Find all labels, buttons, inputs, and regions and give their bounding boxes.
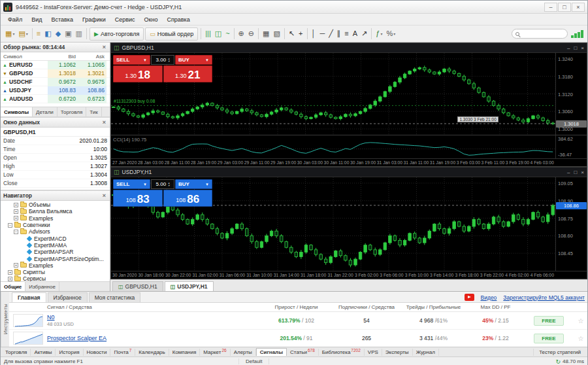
toolbox-tab-VPS[interactable]: VPS [365, 349, 382, 356]
menu-item-Вид[interactable]: Вид [27, 15, 46, 24]
toolbox-icon[interactable]: ▣ [63, 27, 73, 41]
new-chart-icon[interactable]: ▦▾ [3, 27, 16, 41]
toolbox-tab-Новости[interactable]: Новости [84, 349, 111, 356]
indicators-icon[interactable]: ƒ▾ [374, 27, 384, 41]
toolbox-tab-Маркет[interactable]: Маркет26 [200, 349, 230, 356]
close-icon[interactable]: × [101, 119, 107, 126]
tree-item--[interactable]: +Объемы [1, 201, 110, 208]
tree-item-Examples[interactable]: +Examples [1, 262, 110, 269]
signals-tab-Избранное[interactable]: Избранное [48, 292, 88, 302]
buy-price-button[interactable]: 10886 [163, 190, 213, 207]
spinner-icon[interactable]: ▴▾ [168, 182, 169, 187]
line-chart-mode-icon[interactable]: ~ [223, 27, 231, 41]
navigator-icon[interactable]: ◆ [54, 27, 63, 41]
tree-item-Advisors[interactable]: −Advisors [1, 228, 110, 235]
tree-expander-icon[interactable]: − [14, 230, 18, 234]
chart-close-button[interactable]: × [581, 169, 584, 175]
chart-tab-USDJPY,H1[interactable]: ◫USDJPY,H1 [165, 281, 214, 291]
signal-row[interactable]: Prospector Scalper EA201.54% / 912653 43… [9, 330, 587, 347]
tree-item--[interactable]: +Билла Вильямса [1, 208, 110, 215]
buy-button[interactable]: BUY▼ [175, 179, 212, 189]
profiles-icon[interactable]: ▤▾ [16, 27, 29, 41]
tab-Символы[interactable]: Символы [1, 107, 33, 116]
close-icon[interactable]: × [101, 192, 107, 199]
chart-minimize-button[interactable]: – [567, 45, 570, 51]
new-order-button[interactable]: ▭Новый ордер [145, 27, 198, 41]
video-link[interactable]: Видео [481, 294, 497, 301]
toolbox-tab-Торговля[interactable]: Торговля [2, 349, 31, 356]
market-watch-icon[interactable]: ≡ [35, 27, 42, 41]
signal-link[interactable]: N0 [47, 314, 55, 321]
toolbox-tab-Активы[interactable]: Активы [31, 349, 56, 356]
minimize-button[interactable]: – [544, 3, 557, 12]
market-watch-row-GBPUSD[interactable]: ▼GBPUSD1.30181.3021 [1, 69, 110, 78]
free-button[interactable]: FREE [534, 334, 563, 343]
objects-more-icon[interactable]: %▾ [384, 27, 397, 41]
chart-maximize-button[interactable]: □ [574, 169, 577, 175]
autotrade-button[interactable]: ▶Авто-торговля [90, 27, 144, 41]
signal-link[interactable]: Prospector Scalper EA [47, 335, 106, 341]
vertical-line-tool-icon[interactable]: │ [310, 27, 318, 41]
title-bar[interactable]: 9449562 - InstaForex-Server: Демо-счет -… [1, 1, 587, 14]
tree-expander-icon[interactable]: + [14, 216, 18, 220]
tile-windows-icon[interactable]: ▦ [261, 27, 271, 41]
search-input[interactable] [512, 29, 568, 39]
bar-chart-mode-icon[interactable]: ||| [203, 27, 213, 41]
signals-tab-Главная[interactable]: Главная [12, 292, 46, 302]
lot-size-input[interactable]: 5.00▴▾ [151, 179, 174, 189]
tree-expander-icon[interactable]: + [8, 270, 12, 275]
toolbox-tab-Журнал[interactable]: Журнал [413, 349, 439, 356]
tree-item-Examples[interactable]: +Examples [1, 215, 110, 222]
buy-price-button[interactable]: 1.3021 [163, 65, 213, 82]
favorite-star-icon[interactable]: ☆ [574, 335, 587, 342]
close-button[interactable]: × [572, 3, 585, 12]
data-window-icon[interactable]: ◧ [42, 27, 53, 41]
strategy-tester-icon[interactable]: ▥ [74, 27, 84, 41]
free-button[interactable]: FREE [534, 316, 563, 326]
trendline-tool-icon[interactable]: ╱ [327, 27, 335, 41]
toolbox-tab-История[interactable]: История [56, 349, 83, 356]
tree-item--[interactable]: −Советники [1, 222, 110, 228]
usdjpy-price-chart[interactable]: SELL▼ 5.00▴▾ BUY▼ 10883 10886 [111, 177, 555, 271]
signal-row[interactable]: N048 033 USD613.79% / 102544 968 /61%45%… [9, 312, 587, 330]
connection-status[interactable]: ↻ 48.70 ms [556, 358, 584, 365]
toolbox-tab-Алерты[interactable]: Алерты [231, 349, 256, 356]
tree-expander-icon[interactable]: + [14, 203, 18, 207]
lot-size-input[interactable]: 3.00▴▾ [151, 55, 174, 65]
zoom-in-icon[interactable]: ⊕ [237, 27, 246, 41]
tree-item-ExpertMAPSARSizeOptim-[interactable]: ExpertMAPSARSizeOptim... [1, 255, 110, 262]
tab-Торговля[interactable]: Торговля [57, 107, 86, 116]
menu-item-Вставка[interactable]: Вставка [46, 15, 77, 24]
gbpusd-price-chart[interactable]: SELL▼ 3.00▴▾ BUY▼ 1.3018 1.3021 #1131230… [111, 53, 555, 135]
close-icon[interactable]: × [101, 44, 107, 50]
maximize-button[interactable]: □ [558, 3, 571, 12]
tree-item-ExpertMACD[interactable]: ExpertMACD [1, 235, 110, 241]
market-watch-row-EURUSD[interactable]: ▲EURUSD1.10621.1065 [1, 61, 110, 69]
tree-expander-icon[interactable]: + [14, 209, 18, 214]
menu-item-Файл[interactable]: Файл [3, 15, 27, 24]
tree-expander-icon[interactable]: + [14, 263, 18, 268]
zoom-out-icon[interactable]: ⊖ [246, 27, 256, 41]
chart-minimize-button[interactable]: – [567, 169, 570, 175]
cascade-windows-icon[interactable]: ▧ [271, 27, 282, 41]
candlestick-mode-icon[interactable]: ◫ [213, 27, 223, 41]
tab-Тик[interactable]: Тик [86, 107, 102, 116]
market-watch-row-USDCHF[interactable]: ▲USDCHF0.96720.9675 [1, 78, 110, 86]
tree-item--[interactable]: +Сервисы [1, 275, 110, 281]
spinner-icon[interactable]: ▴▾ [168, 58, 169, 63]
text-tool-icon[interactable]: A [351, 27, 359, 41]
favorite-star-icon[interactable]: ☆ [574, 317, 587, 324]
tree-item-ExpertMAMA[interactable]: ExpertMAMA [1, 242, 110, 249]
status-profile[interactable]: Default [239, 358, 269, 364]
toolbox-side-label[interactable]: Инструменты [1, 292, 9, 347]
tab-Общие[interactable]: Общие [1, 282, 25, 291]
sell-price-button[interactable]: 10883 [113, 190, 163, 207]
sell-button[interactable]: SELL▼ [113, 179, 150, 189]
chart-close-button[interactable]: × [581, 45, 584, 51]
cursor-icon[interactable]: ↖ [287, 27, 297, 41]
tree-expander-icon[interactable]: + [8, 277, 12, 281]
horizontal-line-tool-icon[interactable]: ─ [318, 27, 327, 41]
menu-item-Окно[interactable]: Окно [140, 15, 163, 24]
menu-item-Графики[interactable]: Графики [78, 15, 110, 24]
sell-button[interactable]: SELL▼ [113, 55, 150, 65]
